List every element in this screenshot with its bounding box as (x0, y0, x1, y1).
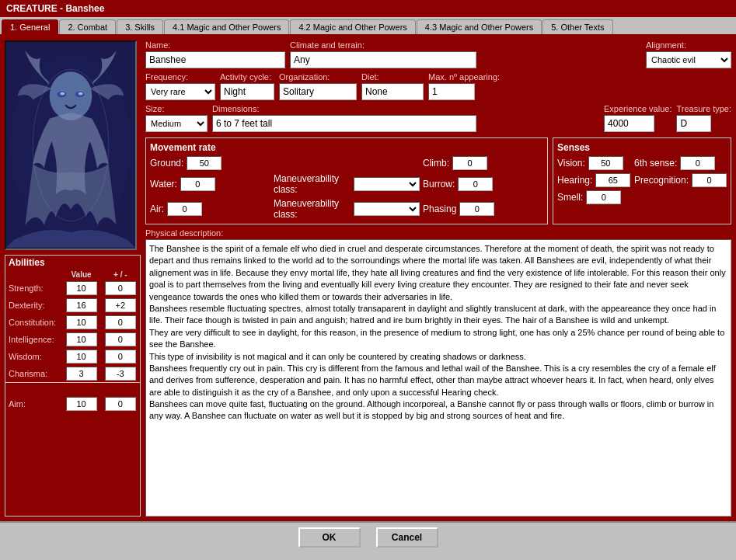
maneuver1-select[interactable] (354, 177, 420, 191)
dimensions-input[interactable] (212, 115, 476, 132)
alignment-group: Alignment: Chaotic evil Lawful good Neut… (646, 40, 731, 68)
svg-point-6 (78, 92, 83, 96)
constitution-label: Constitution: (5, 314, 61, 331)
wisdom-label: Wisdom: (5, 348, 61, 365)
burrow-label: Burrow: (423, 179, 455, 190)
constitution-value[interactable] (66, 315, 97, 329)
climate-label: Climate and terrain: (290, 40, 641, 50)
organization-input[interactable] (279, 83, 357, 100)
burrow-input[interactable] (458, 177, 493, 191)
max-n-input[interactable] (428, 83, 475, 100)
climb-label: Climb: (423, 158, 449, 169)
climate-group: Climate and terrain: (290, 40, 641, 68)
ability-row-dexterity: Dexterity: (5, 297, 140, 314)
diet-group: Diet: (361, 72, 424, 100)
activity-input[interactable] (220, 83, 274, 100)
left-panel: Abilities Value + / - Strength: (5, 40, 141, 517)
svg-point-5 (60, 92, 65, 96)
climb-input[interactable] (452, 156, 487, 170)
ground-input[interactable] (187, 156, 221, 170)
dexterity-value[interactable] (66, 298, 97, 312)
activity-label: Activity cycle: (220, 72, 274, 82)
exp-group: Experience value: (604, 104, 671, 132)
tab-magic2[interactable]: 4.2 Magic and Other Powers (290, 19, 415, 34)
ability-row-wisdom: Wisdom: (5, 348, 140, 365)
diet-label: Diet: (361, 72, 424, 82)
creature-image (5, 40, 137, 250)
cancel-button[interactable]: Cancel (376, 527, 438, 548)
desc-label: Physical description: (145, 228, 731, 238)
name-input[interactable] (145, 51, 285, 68)
intelligence-mod[interactable] (105, 332, 136, 346)
smell-input[interactable] (586, 190, 621, 204)
tab-combat[interactable]: 2. Combat (59, 19, 116, 34)
wisdom-mod[interactable] (105, 350, 136, 363)
aim-label: Aim: (5, 395, 61, 412)
ok-button[interactable]: OK (298, 527, 361, 548)
air-input[interactable] (167, 202, 202, 216)
vision-label: Vision: (557, 158, 585, 169)
aim-value[interactable] (66, 397, 97, 411)
movement-title: Movement rate (150, 142, 543, 153)
name-label: Name: (145, 40, 285, 50)
tab-magic1[interactable]: 4.1 Magic and Other Powers (164, 19, 289, 34)
air-label: Air: (150, 203, 164, 214)
abilities-box: Abilities Value + / - Strength: (5, 255, 141, 517)
constitution-mod[interactable] (105, 315, 136, 329)
maneuver1-label: Maneuverability class: (274, 173, 351, 195)
dexterity-mod[interactable] (105, 298, 136, 312)
water-input[interactable] (180, 177, 215, 191)
sense6-row: 6th sense: (634, 156, 727, 170)
sense6-label: 6th sense: (634, 158, 677, 169)
strength-value[interactable] (66, 281, 97, 295)
dimensions-label: Dimensions: (212, 104, 599, 113)
climb-row: Climb: (423, 156, 543, 170)
hearing-input[interactable] (595, 173, 630, 187)
treasure-input[interactable] (676, 115, 711, 132)
tab-general[interactable]: 1. General (2, 19, 58, 34)
alignment-select[interactable]: Chaotic evil Lawful good Neutral (646, 51, 731, 68)
abilities-title: Abilities (5, 256, 140, 270)
sense6-input[interactable] (680, 156, 715, 170)
max-n-group: Max. nº appearing: (428, 72, 500, 100)
precog-input[interactable] (692, 173, 727, 187)
aim-mod[interactable] (105, 397, 136, 411)
title-bar: CREATURE - Banshee (0, 0, 736, 17)
diet-input[interactable] (361, 83, 424, 100)
charisma-value[interactable] (66, 367, 97, 381)
right-panel: Name: Climate and terrain: Alignment: Ch… (145, 40, 731, 517)
maneuver2-select[interactable] (354, 202, 420, 216)
activity-group: Activity cycle: (220, 72, 274, 100)
tab-other-texts[interactable]: 5. Other Texts (542, 19, 612, 34)
ability-row-aim: Aim: (5, 395, 140, 412)
tab-skills[interactable]: 3. Skills (117, 19, 163, 34)
charisma-mod[interactable] (105, 367, 136, 381)
strength-mod[interactable] (105, 281, 136, 295)
phasing-label: Phasing (423, 203, 456, 214)
precog-label: Precognition: (634, 175, 689, 186)
vision-row: Vision: (557, 156, 631, 170)
vision-input[interactable] (588, 156, 623, 170)
tabs-bar: 1. General 2. Combat 3. Skills 4.1 Magic… (0, 17, 736, 36)
dexterity-label: Dexterity: (5, 297, 61, 314)
phasing-row: Phasing (423, 198, 543, 220)
wisdom-value[interactable] (66, 350, 97, 363)
phasing-input[interactable] (459, 202, 494, 216)
ability-row-constitution: Constitution: (5, 314, 140, 331)
intelligence-value[interactable] (66, 332, 97, 346)
abilities-mod-header: + / - (101, 270, 140, 280)
size-select[interactable]: Medium Small Large (145, 115, 208, 132)
max-n-label: Max. nº appearing: (428, 72, 500, 82)
smell-label: Smell: (557, 192, 583, 203)
treasure-group: Treasure type: (676, 104, 731, 132)
exp-input[interactable] (604, 115, 654, 132)
climate-input[interactable] (290, 51, 476, 68)
frequency-select[interactable]: Very rare Rare Common (145, 83, 215, 100)
organization-group: Organization: (279, 72, 357, 100)
maneuver1-row: Maneuverability class: (274, 173, 420, 195)
desc-textarea[interactable] (145, 239, 731, 517)
water-row: Water: (150, 173, 270, 195)
size-group: Size: Medium Small Large (145, 104, 208, 132)
main-content: Abilities Value + / - Strength: (0, 36, 736, 521)
tab-magic3[interactable]: 4.3 Magic and Other Powers (417, 19, 542, 34)
